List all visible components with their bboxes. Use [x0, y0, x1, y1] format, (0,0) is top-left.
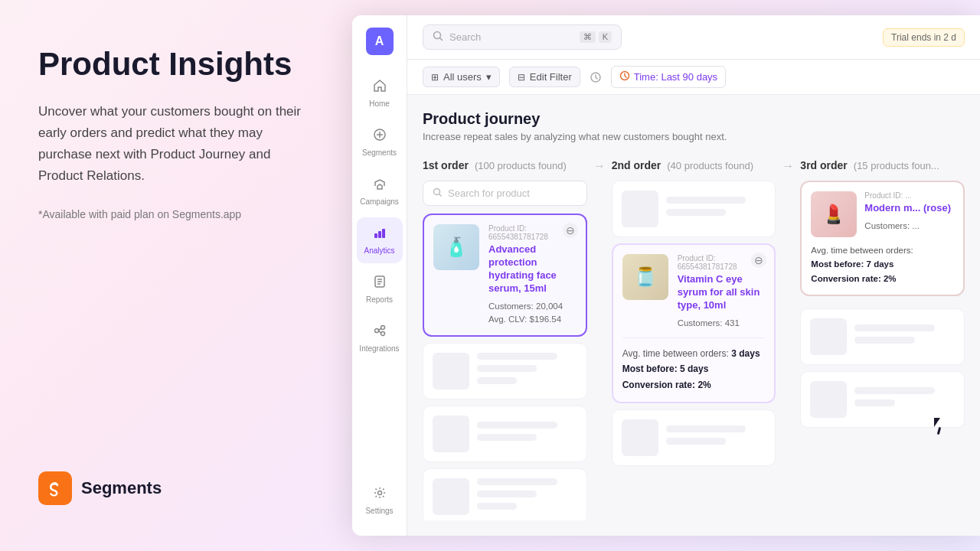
product-customers: Customers: ...	[864, 220, 954, 233]
brand-footer: Segments	[38, 471, 314, 505]
sidebar-item-home[interactable]: Home	[357, 70, 403, 116]
skeleton-lines	[854, 324, 955, 349]
topbar: Search ⌘ K Trial ends in 2 d	[407, 15, 980, 60]
sidebar-item-label: Segments	[362, 148, 397, 157]
edit-filter-icon: ⊟	[518, 72, 525, 83]
users-filter-button[interactable]: ⊞ All users ▾	[423, 67, 500, 87]
product-search-icon	[433, 187, 442, 199]
product-name: Modern m... (rose)	[864, 202, 954, 215]
sidebar-item-analytics[interactable]: Analytics	[357, 217, 403, 263]
conversion-row: Conversion rate: 2%	[811, 272, 954, 285]
conversion-row: Conversion rate: 2%	[622, 377, 766, 393]
search-cmd: ⌘	[580, 31, 596, 43]
skeleton-line	[477, 365, 537, 372]
skeleton-line	[477, 478, 557, 485]
time-filter[interactable]: Time: Last 90 days	[611, 66, 726, 88]
skeleton-card-2	[423, 406, 587, 462]
second-order-count: (40 products found)	[667, 160, 753, 171]
brand-icon	[38, 471, 72, 505]
skeleton-lines	[477, 478, 577, 515]
skeleton-card-3	[423, 468, 587, 520]
first-order-product-card[interactable]: ⊖ Product ID: 66554381781728 Advanced pr…	[423, 214, 587, 337]
edit-filter-label: Edit Filter	[530, 71, 572, 83]
skeleton-card-5	[800, 308, 965, 365]
product-customers: Customers: 20,004	[488, 300, 577, 313]
skeleton-line	[666, 209, 726, 216]
search-key: K	[599, 31, 612, 43]
second-order-column: 2nd order (40 products found) ⊖	[612, 152, 776, 520]
skeleton-lines	[477, 422, 577, 446]
analytics-icon	[373, 226, 387, 243]
svg-point-8	[377, 491, 381, 495]
svg-point-7	[381, 332, 384, 336]
brand-name: Segments	[81, 478, 162, 498]
svg-rect-1	[374, 233, 377, 238]
product-clv: Avg. CLV: $196.54	[488, 313, 577, 326]
first-order-count: (100 products found)	[475, 160, 567, 171]
hero-description: Uncover what your customers bought on th…	[38, 101, 314, 187]
arrow-first-to-second: →	[593, 159, 606, 520]
first-order-label: 1st order	[423, 159, 469, 171]
third-order-product-card[interactable]: Product ID: ... Modern m... (rose) Custo…	[800, 181, 965, 296]
most-before-row: Most before: 5 days	[622, 361, 766, 377]
skeleton-image	[433, 353, 469, 390]
product-id: Product ID: ...	[864, 191, 954, 200]
journey-subtitle: Increase repeat sales by analyzing what …	[423, 131, 965, 142]
campaigns-icon	[373, 177, 387, 194]
skeleton-line	[477, 491, 537, 497]
skeleton-line	[477, 422, 557, 429]
sidebar-item-label: Campaigns	[360, 197, 399, 206]
third-order-label: 3rd order	[800, 159, 847, 171]
second-order-label: 2nd order	[612, 159, 662, 171]
skeleton-line	[854, 324, 935, 331]
skeleton-image	[810, 318, 847, 355]
avg-time-row: Avg. time between orders:	[811, 243, 954, 257]
skeleton-line	[666, 197, 746, 204]
skeleton-image	[622, 191, 658, 227]
sidebar-item-segments[interactable]: Segments	[357, 119, 403, 165]
product-search-input[interactable]: Search for product	[423, 181, 587, 206]
svg-point-6	[381, 326, 384, 330]
sidebar-item-label: Analytics	[364, 246, 394, 255]
product-info: Product ID: ... Modern m... (rose) Custo…	[864, 191, 954, 233]
search-box[interactable]: Search ⌘ K	[423, 24, 622, 50]
second-order-product-card[interactable]: ⊖ Product ID: 66554381781728 Vitamin C e…	[612, 243, 776, 403]
history-icon-btn[interactable]	[590, 71, 602, 83]
svg-point-5	[374, 329, 378, 333]
close-button[interactable]: ⊖	[563, 223, 578, 238]
edit-filter-button[interactable]: ⊟ Edit Filter	[509, 67, 580, 87]
product-card-inner: Product ID: 66554381781728 Vitamin C eye…	[622, 254, 766, 330]
conversion-label: Conversion rate:	[622, 380, 695, 390]
page-header: Product journey Increase repeat sales by…	[407, 95, 980, 152]
settings-icon	[373, 486, 387, 504]
sidebar-item-reports[interactable]: Reports	[357, 266, 403, 312]
orders-container: 1st order (100 products found) Search fo…	[423, 152, 965, 520]
segments-icon	[373, 128, 387, 145]
conversion-val: 2%	[697, 380, 710, 390]
home-icon	[373, 79, 387, 96]
skeleton-line	[854, 399, 894, 406]
product-name: Vitamin C eye syrum for all skin type, 1…	[678, 273, 766, 312]
most-before-label: Most before:	[811, 259, 864, 269]
skeleton-card-top	[612, 181, 776, 237]
search-icon	[433, 31, 443, 44]
sidebar-item-integrations[interactable]: Integrations	[357, 315, 403, 361]
most-before-val: 7 days	[867, 259, 894, 269]
most-before-val: 5 days	[680, 364, 708, 374]
skeleton-line	[854, 337, 914, 344]
search-placeholder: Search	[449, 31, 573, 43]
sidebar-item-label: Integrations	[359, 344, 399, 353]
sidebar-item-settings[interactable]: Settings	[357, 478, 403, 523]
sidebar-item-campaigns[interactable]: Campaigns	[357, 168, 403, 214]
first-order-header: 1st order (100 products found)	[423, 152, 587, 181]
product-search-placeholder: Search for product	[448, 187, 530, 199]
skeleton-line	[854, 387, 935, 394]
app-window: A Home Segments Campaigns Analytics	[352, 15, 980, 536]
third-card-inner: Product ID: ... Modern m... (rose) Custo…	[811, 191, 954, 237]
main-content: Search ⌘ K Trial ends in 2 d ⊞ All users…	[407, 15, 980, 536]
avatar[interactable]: A	[366, 28, 394, 55]
product-image	[622, 254, 668, 300]
users-filter-label: All users	[443, 71, 482, 83]
time-filter-label: Time: Last 90 days	[634, 71, 717, 83]
sidebar-settings-label: Settings	[365, 507, 393, 515]
